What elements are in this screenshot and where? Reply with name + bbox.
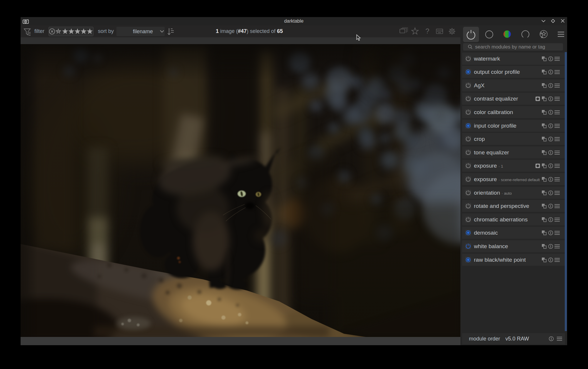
svg-text:?: ? bbox=[425, 27, 429, 35]
